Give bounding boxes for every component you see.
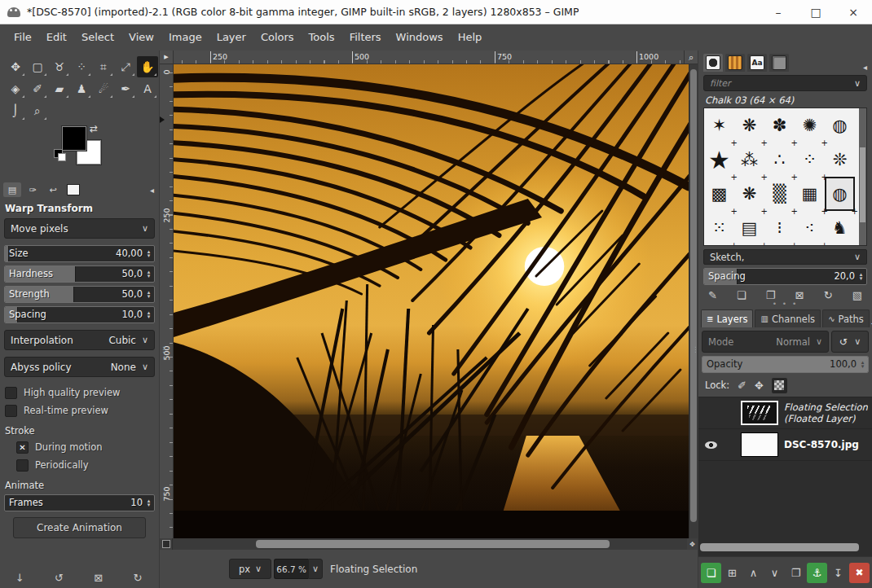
- tab-device-status[interactable]: ✑: [24, 182, 42, 197]
- text-tool-icon[interactable]: A: [137, 78, 158, 99]
- clone-tool-icon[interactable]: ♟: [71, 78, 92, 99]
- visibility-eye-icon[interactable]: [705, 441, 717, 449]
- brush-item[interactable]: ⁙: [704, 211, 734, 245]
- open-brush-icon[interactable]: ▧: [852, 289, 862, 301]
- brush-item[interactable]: ∴: [764, 143, 795, 177]
- menu-help[interactable]: Help: [451, 24, 490, 50]
- eraser-tool-icon[interactable]: ▰: [49, 78, 70, 99]
- foreground-color-swatch[interactable]: [62, 126, 86, 151]
- vertical-scrollbar[interactable]: [689, 64, 698, 538]
- new-brush-icon[interactable]: ❏: [737, 289, 746, 301]
- save-tool-preset-icon[interactable]: ↓: [15, 572, 24, 584]
- menu-layer[interactable]: Layer: [209, 24, 253, 50]
- crop-tool-icon[interactable]: ⌗: [93, 56, 114, 77]
- brush-filter-input[interactable]: filter: [703, 75, 867, 91]
- brush-item[interactable]: ★: [704, 143, 734, 177]
- tab-tool-options[interactable]: ▤: [3, 182, 21, 197]
- spinner-icon[interactable]: [857, 269, 865, 284]
- tab-undo-history[interactable]: ↩: [44, 182, 62, 197]
- maximize-button[interactable]: □: [797, 0, 835, 24]
- layer-name[interactable]: DSC-8570.jpg: [784, 439, 859, 450]
- menu-edit[interactable]: Edit: [39, 24, 74, 50]
- periodically-checkbox[interactable]: Periodically: [16, 456, 156, 474]
- menu-view[interactable]: View: [121, 24, 161, 50]
- brush-item-selected[interactable]: ◍: [825, 177, 855, 211]
- collapse-dock-icon[interactable]: ◂: [863, 63, 869, 72]
- menu-windows[interactable]: Windows: [389, 24, 451, 50]
- tab-layers[interactable]: ≣ Layers: [701, 309, 753, 327]
- spinner-icon[interactable]: [858, 357, 867, 372]
- during-motion-checkbox[interactable]: ✕ During motion: [16, 438, 156, 456]
- navigation-icon[interactable]: ✥: [687, 538, 698, 550]
- delete-tool-preset-icon[interactable]: ⊠: [94, 572, 103, 584]
- spinner-icon[interactable]: [144, 495, 153, 511]
- new-layer-group-button[interactable]: ⊞: [722, 563, 742, 583]
- spinner-icon[interactable]: [144, 307, 153, 323]
- tab-images[interactable]: [64, 182, 82, 197]
- tab-fonts[interactable]: Aa: [747, 54, 767, 72]
- menu-colors[interactable]: Colors: [253, 24, 302, 50]
- anchor-layer-button[interactable]: ⚓: [807, 563, 827, 583]
- zoom-tool-icon[interactable]: ⌕: [27, 100, 48, 121]
- brush-item[interactable]: ▩: [704, 177, 734, 211]
- interpolation-dropdown[interactable]: Interpolation Cubic: [4, 330, 155, 350]
- fuzzy-select-tool-icon[interactable]: ⁘: [71, 56, 92, 77]
- paintbrush-tool-icon[interactable]: ✐: [27, 78, 48, 99]
- color-picker-tool-icon[interactable]: ⌡: [5, 100, 26, 121]
- abyss-policy-dropdown[interactable]: Abyss policy None: [4, 357, 155, 377]
- lock-alpha-icon[interactable]: [772, 378, 787, 393]
- collapse-dock-icon[interactable]: ◂: [150, 186, 156, 195]
- quick-mask-toggle[interactable]: [160, 538, 173, 550]
- swap-colors-icon[interactable]: ⇄: [90, 123, 98, 134]
- brush-item[interactable]: ▦: [795, 177, 825, 211]
- vertical-ruler[interactable]: 0 250 500 750: [160, 64, 174, 538]
- default-colors-icon[interactable]: [54, 149, 63, 158]
- lower-layer-button[interactable]: ∨: [764, 563, 785, 583]
- brush-item[interactable]: ✶: [704, 108, 734, 143]
- layer-thumbnail[interactable]: [741, 432, 778, 457]
- tab-patterns[interactable]: [725, 54, 745, 72]
- reset-mode-icon[interactable]: ↺: [839, 336, 848, 348]
- tab-document-history[interactable]: [769, 54, 789, 72]
- reset-tool-options-icon[interactable]: ↻: [133, 572, 142, 584]
- menu-filters[interactable]: Filters: [342, 24, 389, 50]
- new-layer-button[interactable]: ❏: [701, 563, 721, 583]
- rectangle-select-tool-icon[interactable]: ▢: [27, 56, 48, 77]
- right-splitter-handle[interactable]: ⋮: [692, 346, 696, 367]
- layer-thumbnail[interactable]: [741, 401, 778, 425]
- brush-item[interactable]: ❋: [734, 108, 764, 143]
- ink-tool-icon[interactable]: ✒: [115, 78, 136, 99]
- spinner-icon[interactable]: [144, 266, 153, 282]
- tab-channels[interactable]: ▥ Channels: [755, 309, 821, 327]
- brush-item[interactable]: ⁝: [764, 211, 795, 245]
- brush-grid-scrollbar[interactable]: [859, 108, 866, 245]
- free-select-tool-icon[interactable]: ♉: [49, 56, 70, 77]
- smudge-tool-icon[interactable]: ☄: [93, 78, 114, 99]
- brush-item[interactable]: ▒: [764, 177, 795, 211]
- layer-row-dsc-8570[interactable]: DSC-8570.jpg: [698, 429, 872, 461]
- frames-spinner[interactable]: Frames 10: [4, 494, 155, 511]
- spinner-icon[interactable]: [144, 246, 153, 261]
- behavior-dropdown[interactable]: Move pixels: [4, 218, 155, 239]
- brush-item[interactable]: ✺: [795, 108, 825, 143]
- menu-tools[interactable]: Tools: [302, 24, 342, 50]
- image-canvas[interactable]: [174, 64, 689, 538]
- tab-brushes[interactable]: [703, 54, 723, 72]
- layer-mode-dropdown[interactable]: Mode Normal: [702, 331, 829, 353]
- duplicate-layer-button[interactable]: ❐: [786, 563, 806, 583]
- brush-item[interactable]: ⁘: [795, 143, 825, 177]
- brush-item[interactable]: ▤: [734, 211, 764, 245]
- real-time-preview-checkbox[interactable]: Real-time preview: [5, 402, 156, 419]
- brush-item[interactable]: ❊: [825, 143, 855, 177]
- unit-dropdown[interactable]: px: [229, 559, 271, 579]
- brush-item[interactable]: ⁂: [734, 143, 764, 177]
- zoom-combo[interactable]: 66.7 %: [274, 559, 323, 579]
- layer-row-floating-selection[interactable]: Floating Selection (Floated Layer): [698, 397, 872, 429]
- brush-item[interactable]: ♞: [825, 211, 855, 245]
- lock-position-icon[interactable]: ✥: [755, 380, 764, 392]
- unified-transform-tool-icon[interactable]: ⤢: [115, 56, 136, 77]
- brush-item[interactable]: ◍: [825, 108, 855, 143]
- brush-item[interactable]: ❋: [734, 177, 764, 211]
- edit-brush-icon[interactable]: ✎: [708, 289, 717, 301]
- restore-tool-preset-icon[interactable]: ↺: [55, 572, 64, 584]
